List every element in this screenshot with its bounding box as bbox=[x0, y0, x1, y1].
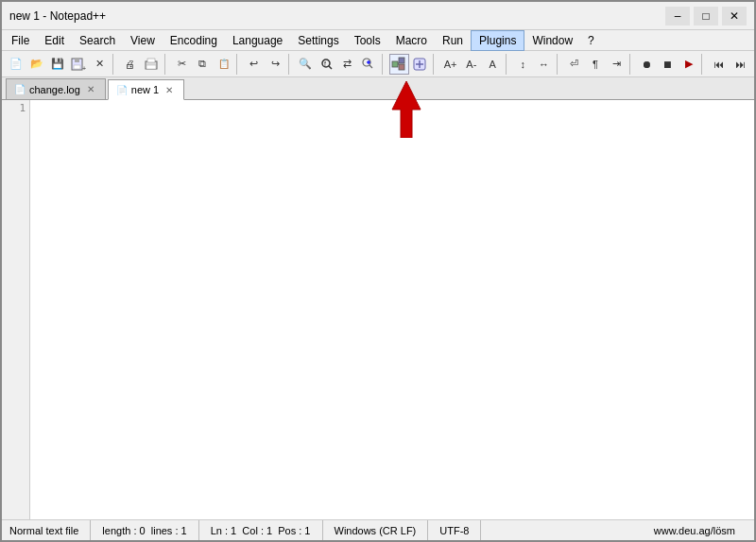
menu-edit[interactable]: Edit bbox=[37, 30, 72, 51]
find-button[interactable]: 🔍 bbox=[296, 54, 316, 75]
tab-changelog-label: change.log bbox=[29, 84, 80, 95]
save-button[interactable]: 💾 bbox=[48, 54, 68, 75]
tab-new1-label: new 1 bbox=[131, 84, 159, 95]
maximize-button[interactable]: □ bbox=[694, 7, 718, 25]
copy-button[interactable]: ⧉ bbox=[193, 54, 213, 75]
toolbar-sep-6 bbox=[433, 54, 438, 75]
plugin-btn-1[interactable] bbox=[389, 54, 409, 75]
status-eol: Windows (CR LF) bbox=[323, 520, 429, 540]
window-title: new 1 - Notepad++ bbox=[9, 9, 106, 23]
menu-language[interactable]: Language bbox=[225, 30, 290, 51]
title-bar: new 1 - Notepad++ – □ ✕ bbox=[2, 2, 754, 30]
editor-area[interactable] bbox=[30, 100, 754, 523]
tab-changelog-close[interactable]: ✕ bbox=[84, 83, 97, 95]
status-position: Ln : 1 Col : 1 Pos : 1 bbox=[199, 520, 323, 540]
tab-changelog[interactable]: 📄 change.log ✕ bbox=[6, 78, 106, 99]
svg-rect-6 bbox=[146, 65, 156, 69]
print-button[interactable]: 🖨 bbox=[120, 54, 140, 75]
title-controls: – □ ✕ bbox=[665, 7, 747, 25]
toolbar-sep-1 bbox=[112, 54, 117, 75]
new-button[interactable]: 📄 bbox=[6, 54, 26, 75]
redo-button[interactable]: ↪ bbox=[266, 54, 285, 75]
svg-rect-14 bbox=[392, 61, 398, 67]
incremental-find-button[interactable] bbox=[358, 54, 378, 75]
menu-bar: File Edit Search View Encoding Language … bbox=[2, 30, 754, 51]
replace-button[interactable]: ⇄ bbox=[337, 54, 357, 75]
menu-file[interactable]: File bbox=[4, 30, 37, 51]
toolbar-sep-8 bbox=[557, 54, 561, 75]
indent-button[interactable]: ⇥ bbox=[607, 54, 627, 75]
toolbar-sep-9 bbox=[629, 54, 634, 75]
close-doc-button[interactable]: ✕ bbox=[90, 54, 110, 75]
run-next-button[interactable]: ⏭ bbox=[730, 54, 750, 75]
menu-search[interactable]: Search bbox=[72, 30, 123, 51]
tab-changelog-icon: 📄 bbox=[14, 84, 26, 94]
line-number-1: 1 bbox=[6, 102, 26, 114]
open-button[interactable]: 📂 bbox=[26, 54, 46, 75]
macro-play-button[interactable]: ▶ bbox=[679, 54, 698, 75]
svg-line-11 bbox=[369, 65, 372, 68]
menu-window[interactable]: Window bbox=[524, 30, 580, 51]
tab-new1[interactable]: 📄 new 1 ✕ bbox=[108, 79, 184, 100]
restore-zoom-button[interactable]: A bbox=[482, 54, 502, 75]
menu-macro[interactable]: Macro bbox=[388, 30, 435, 51]
menu-run[interactable]: Run bbox=[435, 30, 471, 51]
print-now-button[interactable] bbox=[141, 54, 161, 75]
svg-text:+: + bbox=[82, 65, 86, 72]
toolbar-sep-3 bbox=[236, 54, 241, 75]
editor-container: 1 bbox=[2, 100, 754, 523]
status-website: www.deu.ag/lösm bbox=[643, 520, 747, 540]
line-numbers: 1 bbox=[2, 100, 30, 523]
close-button[interactable]: ✕ bbox=[722, 7, 747, 25]
tab-new1-icon: 📄 bbox=[116, 85, 128, 95]
sync-v-button[interactable]: ↕ bbox=[513, 54, 533, 75]
svg-rect-2 bbox=[74, 65, 80, 69]
svg-rect-1 bbox=[75, 59, 79, 62]
menu-view[interactable]: View bbox=[123, 30, 163, 51]
svg-line-8 bbox=[329, 66, 332, 69]
all-chars-button[interactable]: ¶ bbox=[585, 54, 605, 75]
svg-rect-15 bbox=[399, 58, 404, 63]
menu-encoding[interactable]: Encoding bbox=[163, 30, 225, 51]
svg-text:f: f bbox=[324, 60, 326, 67]
paste-button[interactable]: 📋 bbox=[214, 54, 233, 75]
tab-bar: 📄 change.log ✕ 📄 new 1 ✕ bbox=[2, 77, 754, 100]
run-prev-button[interactable]: ⏮ bbox=[709, 54, 729, 75]
status-bar: Normal text file length : 0 lines : 1 Ln… bbox=[2, 519, 754, 540]
status-length: length : 0 lines : 1 bbox=[91, 520, 198, 540]
svg-rect-16 bbox=[399, 64, 404, 70]
main-window: new 1 - Notepad++ – □ ✕ File Edit Search… bbox=[0, 0, 756, 542]
toolbar-sep-4 bbox=[288, 54, 293, 75]
undo-button[interactable]: ↩ bbox=[244, 54, 264, 75]
plugin-btn-2[interactable] bbox=[410, 54, 430, 75]
macro-rec-button[interactable]: ⏺ bbox=[637, 54, 657, 75]
find-in-files-button[interactable]: f bbox=[317, 54, 336, 75]
minimize-button[interactable]: – bbox=[665, 7, 690, 25]
svg-rect-5 bbox=[147, 59, 155, 62]
macro-stop-button[interactable]: ⏹ bbox=[658, 54, 678, 75]
toolbar-sep-5 bbox=[382, 54, 387, 75]
save-all-button[interactable]: + bbox=[69, 54, 89, 75]
menu-settings[interactable]: Settings bbox=[290, 30, 346, 51]
menu-plugins[interactable]: Plugins bbox=[471, 30, 524, 51]
toolbar: 📄 📂 💾 + ✕ 🖨 ✂ ⧉ 📋 ↩ ↪ 🔍 f ⇄ bbox=[2, 51, 754, 77]
tab-new1-close[interactable]: ✕ bbox=[163, 84, 176, 96]
status-filetype: Normal text file bbox=[9, 520, 91, 540]
status-encoding: UTF-8 bbox=[428, 520, 481, 540]
zoom-in-button[interactable]: A+ bbox=[440, 54, 460, 75]
menu-tools[interactable]: Tools bbox=[347, 30, 388, 51]
toolbar-sep-7 bbox=[506, 54, 510, 75]
zoom-out-button[interactable]: A- bbox=[461, 54, 481, 75]
menu-help[interactable]: ? bbox=[580, 30, 602, 51]
toolbar-sep-2 bbox=[164, 54, 169, 75]
sync-h-button[interactable]: ↔ bbox=[534, 54, 554, 75]
wordwrap-button[interactable]: ⏎ bbox=[564, 54, 584, 75]
cut-button[interactable]: ✂ bbox=[172, 54, 192, 75]
toolbar-sep-10 bbox=[701, 54, 706, 75]
